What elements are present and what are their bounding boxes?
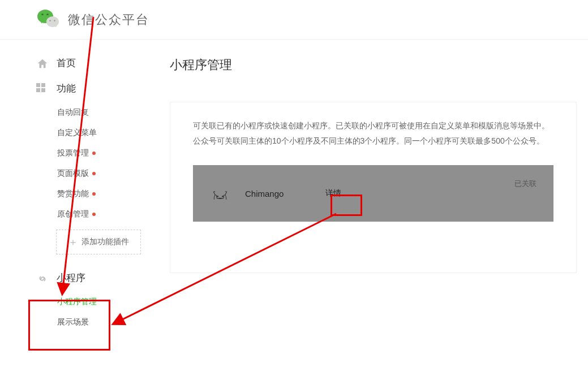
content-area: 小程序管理 可关联已有的小程序或快速创建小程序。已关联的小程序可被使用在自定义菜…: [141, 40, 588, 338]
sidebar-item-label: 首页: [57, 57, 76, 70]
plus-icon: ＋: [68, 235, 78, 249]
sidebar-item-reward[interactable]: 赞赏功能: [57, 189, 141, 199]
notification-dot-icon: [92, 152, 96, 155]
link-icon: [36, 273, 49, 284]
sidebar-item-autoreply[interactable]: 自动回复: [57, 107, 141, 118]
brand-title: 微信公众平台: [68, 11, 149, 28]
functions-submenu: 自动回复 自定义菜单 投票管理 页面模版 赞赏功能 原创管理: [36, 107, 141, 219]
miniprogram-submenu: 小程序管理 展示场景: [36, 297, 141, 327]
sidebar-item-label: 功能: [57, 82, 76, 95]
status-badge: 已关联: [514, 179, 537, 189]
sidebar-item-custommenu[interactable]: 自定义菜单: [57, 128, 141, 138]
app-avatar-icon: [210, 184, 230, 202]
notification-dot-icon: [92, 192, 96, 196]
sidebar-item-mp-display[interactable]: 展示场景: [57, 317, 141, 327]
app-name: Chimango: [245, 189, 284, 198]
desc-line: 公众号可关联同主体的10个小程序及不同主体的3个小程序。同一个小程序可关联最多5…: [193, 133, 553, 149]
sidebar-item-original[interactable]: 原创管理: [57, 209, 141, 219]
sidebar-item-mp-manage[interactable]: 小程序管理: [57, 297, 141, 307]
home-icon: [36, 58, 49, 69]
desc-line: 可关联已有的小程序或快速创建小程序。已关联的小程序可被使用在自定义菜单和模版消息…: [193, 118, 553, 133]
sidebar-item-label: 小程序: [57, 271, 85, 284]
wechat-logo-icon: [37, 8, 62, 31]
svg-point-0: [217, 196, 218, 197]
grid-icon: [36, 83, 49, 94]
page-title: 小程序管理: [170, 57, 577, 74]
sidebar-item-vote[interactable]: 投票管理: [57, 148, 141, 158]
sidebar-item-functions[interactable]: 功能: [36, 82, 141, 95]
notification-dot-icon: [92, 172, 96, 175]
add-plugin-label: 添加功能插件: [81, 237, 129, 247]
panel: 可关联已有的小程序或快速创建小程序。已关联的小程序可被使用在自定义菜单和模版消息…: [170, 102, 577, 273]
svg-point-1: [222, 196, 224, 197]
header: 微信公众平台: [0, 0, 588, 40]
sidebar-item-pagetemplate[interactable]: 页面模版: [57, 168, 141, 179]
add-plugin-button[interactable]: ＋ 添加功能插件: [56, 230, 141, 254]
sidebar-item-miniprogram[interactable]: 小程序: [36, 271, 141, 284]
sidebar-item-home[interactable]: 首页: [36, 57, 141, 70]
detail-button[interactable]: 详情: [317, 185, 349, 202]
description: 可关联已有的小程序或快速创建小程序。已关联的小程序可被使用在自定义菜单和模版消息…: [193, 118, 553, 148]
app-card: Chimango 详情 已关联: [193, 165, 553, 222]
sidebar: 首页 功能 自动回复 自定义菜单 投票管理 页面模版 赞赏功能 原创管理 ＋ 添…: [0, 40, 141, 338]
notification-dot-icon: [92, 213, 96, 216]
